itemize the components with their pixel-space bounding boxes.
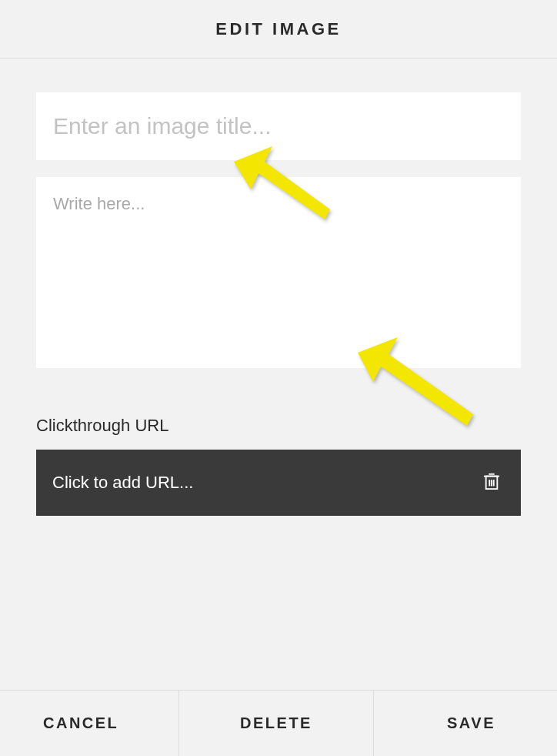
- image-description-input[interactable]: [36, 177, 521, 368]
- clickthrough-placeholder: Click to add URL...: [52, 473, 193, 493]
- cancel-button[interactable]: CANCEL: [0, 691, 178, 756]
- clickthrough-label: Clickthrough URL: [36, 416, 521, 436]
- page-title: EDIT IMAGE: [215, 19, 341, 39]
- trash-icon[interactable]: [483, 472, 500, 493]
- delete-button[interactable]: DELETE: [178, 691, 374, 756]
- clickthrough-section: Clickthrough URL Click to add URL...: [36, 416, 521, 516]
- content-area: Clickthrough URL Click to add URL...: [0, 59, 557, 516]
- image-title-input[interactable]: [36, 92, 521, 160]
- modal-footer: CANCEL DELETE SAVE: [0, 690, 557, 756]
- modal-header: EDIT IMAGE: [0, 0, 557, 59]
- clickthrough-url-bar[interactable]: Click to add URL...: [36, 450, 521, 516]
- save-button[interactable]: SAVE: [374, 691, 557, 756]
